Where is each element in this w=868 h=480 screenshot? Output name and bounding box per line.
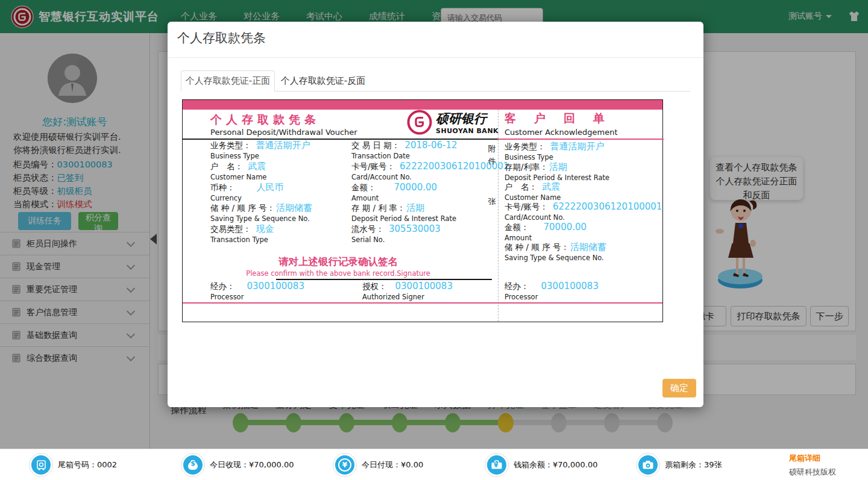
ticketbox-remaining-value: 39张 [704, 460, 722, 469]
column-divider [498, 110, 498, 322]
voucher-modal: 个人存取款凭条 个人存取款凭证-正面 个人存取款凭证-反面 个人存取款凭条 Pe… [168, 22, 703, 407]
field-deposit-period: 存 期 / 利 率：活期 Deposit Period & Interest R… [351, 202, 456, 224]
field-transaction-type: 交易类型：现金 Transaction Type [210, 223, 274, 245]
yen-circle-icon: ¥ [335, 455, 354, 475]
field-customer-name: 户 名：武震 Customer Name [210, 161, 266, 182]
customer-slip-title-cn: 客户回单 [505, 111, 623, 126]
cashbox-balance-stat: ¥ 钱箱余额：¥70,000.00 [485, 453, 597, 477]
voucher-title-cn: 个人存取款凭条 [210, 112, 320, 128]
status-bar: 尾箱号码：0002 $ 今日收现：¥70,000.00 ¥ 今日付现：¥0.00… [0, 449, 868, 480]
field-transaction-date: 交 易 日 期：2018-06-12 Transaction Date [351, 140, 458, 161]
today-received-value: ¥70,000.00 [249, 460, 294, 469]
field-deposit-period: 存期/利率：活期 Deposit Period & Interest Rate [505, 161, 609, 183]
shuoyan-bank-logo-icon [407, 110, 432, 135]
divider [168, 57, 703, 58]
page: 智慧银行互动实训平台 个人业务 对公业务 考试中心 成绩统计 资源中心 测试账号 [0, 0, 868, 480]
field-processor: 经办：0300100083 Processor [210, 281, 304, 302]
attachment-label: 附件 [487, 142, 497, 167]
field-business-type: 业务类型：普通活期开户 Business Type [210, 140, 310, 161]
tailbox-number-value: 0002 [97, 460, 117, 469]
copyright-text: 硕研科技版权 [789, 467, 836, 478]
safe-icon [31, 455, 51, 475]
cashbox-balance-value: ¥70,000.00 [553, 460, 597, 469]
field-business-type: 业务类型：普通活期开户 Business Type [505, 141, 605, 163]
field-authorizer: 授权：0300100083 Authorized Signer [362, 281, 453, 302]
divider [183, 302, 662, 304]
field-card-account-no: 卡号/账号：6222200306120100001 Card/Account N… [505, 201, 662, 223]
bank-mark: 硕研银行 SHUOYAN BANK [407, 110, 498, 135]
deposit-voucher: 个人存取款凭条 Personal Deposit/Withdrawal Vouc… [182, 99, 663, 322]
ticketbox-remaining-stat: 票箱剩余：39张 [636, 453, 722, 477]
moneybag-icon: $ [183, 455, 203, 475]
field-currency: 币种：人民币 Currency [210, 182, 284, 204]
field-saving-type: 储 种 / 顺 序 号：活期储蓄 Saving Type & Sequence … [210, 202, 312, 224]
modal-title: 个人存取款凭条 [177, 30, 266, 46]
divider [498, 139, 664, 140]
signature-prompt-cn: 请对上述银行记录确认签名 [224, 255, 453, 269]
confirm-button[interactable]: 确定 [662, 379, 696, 397]
today-paid-value: ¥0.00 [401, 460, 423, 469]
field-processor: 经办：0300100083 Processor [505, 281, 599, 302]
field-card-account-no: 卡号/账号：6222200306120100001 Card/Account N… [351, 161, 509, 182]
cashbox-icon: ¥ [487, 455, 506, 475]
field-saving-type: 储 种 / 顺 序 号：活期储蓄 Saving Type & Sequence … [505, 242, 606, 263]
tab-voucher-back[interactable]: 个人存取款凭证-反面 [275, 70, 371, 92]
today-paid-stat: ¥ 今日付现：¥0.00 [333, 453, 423, 477]
signature-prompt-en: Please confirm with the above bank recor… [224, 269, 453, 278]
tailbox-detail-link[interactable]: 尾箱详细 [789, 453, 820, 464]
bank-name-en: SHUOYAN BANK [436, 127, 498, 135]
signature-line [276, 279, 492, 280]
voucher-title-en: Personal Deposit/Withdrawal Voucher [210, 128, 357, 137]
ticketbox-icon [638, 455, 658, 475]
voucher-pink-bar [183, 100, 662, 110]
field-amount: 金额：70000.00 Amount [351, 182, 437, 204]
field-amount: 金额：70000.00 Amount [505, 222, 587, 243]
field-customer-name: 户 名：武震 Customer Name [505, 181, 561, 203]
customer-slip-title-en: Customer Acknowledgement [505, 128, 618, 137]
field-serial-no: 流水号：305530003 Serial No. [351, 223, 441, 245]
sheets-label: 张 [487, 195, 497, 208]
today-received-stat: $ 今日收现：¥70,000.00 [181, 453, 294, 477]
bank-name-cn: 硕研银行 [436, 110, 498, 127]
tailbox-number-stat: 尾箱号码：0002 [29, 453, 117, 477]
tab-voucher-front[interactable]: 个人存取款凭证-正面 [181, 70, 275, 92]
